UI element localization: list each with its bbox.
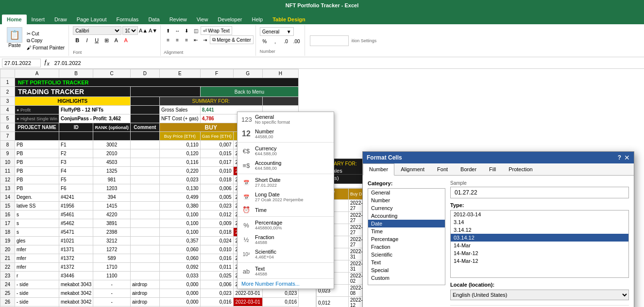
cell-name-9[interactable]: s <box>15 219 59 228</box>
num-format-fraction[interactable]: ½ Fraction 44588 <box>237 232 334 247</box>
cell-comment-4[interactable] <box>130 176 159 184</box>
cell-name-17[interactable]: - side <box>15 289 59 298</box>
tab-developer[interactable]: Developer <box>213 15 247 24</box>
cell-gasfee-11[interactable]: 0,024 <box>200 237 233 245</box>
tab-home[interactable]: Home <box>2 15 27 24</box>
cell-name-18[interactable]: - side <box>15 298 59 307</box>
tab-formulas[interactable]: Formulas <box>112 15 144 24</box>
cell-rank-14[interactable]: 1710 <box>93 263 131 272</box>
cell-buyprice-17[interactable]: 0,000 <box>159 289 200 298</box>
num-format-general[interactable]: 123 General No specific format <box>237 112 334 127</box>
cell-name-5[interactable]: PB <box>15 184 59 193</box>
cell-gasfee-4[interactable]: 0,018 <box>200 176 233 184</box>
col-f[interactable]: F <box>200 69 233 78</box>
cell-rank-16[interactable]: - <box>93 280 131 289</box>
cell-id-0[interactable]: F1 <box>59 141 93 149</box>
font-name-select[interactable]: Calibri <box>73 26 121 35</box>
type-14-mar-12b[interactable]: 14-Mar-12 <box>451 257 628 265</box>
cat-date[interactable]: Date <box>368 220 445 227</box>
type-list[interactable]: 2012-03-14 3.14 3.14.12 03.14.12 14-Mar … <box>450 210 629 278</box>
cell-buyprice-14[interactable]: 0,092 <box>159 263 200 272</box>
tab-page-layout[interactable]: Page Layout <box>72 15 112 24</box>
type-14-mar[interactable]: 14-Mar <box>451 242 628 249</box>
cut-button[interactable]: ✂ Cut <box>26 31 66 37</box>
cell-name-11[interactable]: gles <box>15 237 59 245</box>
decrease-font-button[interactable]: A▼ <box>149 26 157 35</box>
underline-button[interactable]: U <box>92 36 101 45</box>
fill-color-button[interactable]: A <box>112 36 120 45</box>
cell-gasfee-18[interactable]: 0,016 <box>200 298 233 307</box>
cell-buyprice-1[interactable]: 0,120 <box>159 149 200 158</box>
copy-button[interactable]: ⧉ Copy <box>26 37 66 44</box>
cell-gasfee-2[interactable]: 0,017 <box>200 158 233 167</box>
cat-currency[interactable]: Currency <box>368 204 445 212</box>
cell-gasfee-8[interactable]: 0,012 <box>200 210 233 219</box>
cell-gasfee-0[interactable]: 0,007 <box>200 141 233 149</box>
tab-table-design[interactable]: Table Design <box>268 15 310 24</box>
tab-review[interactable]: Review <box>165 15 192 24</box>
cell-gasfee-12[interactable]: 0,010 <box>200 245 233 254</box>
cell-id-12[interactable]: #1371 <box>59 245 93 254</box>
cell-name-4[interactable]: PB <box>15 176 59 184</box>
cell-comment-0[interactable] <box>130 141 159 149</box>
cell-id-15[interactable]: #3446 <box>59 272 93 280</box>
cell-gasfee-10[interactable]: 0,018 <box>200 228 233 237</box>
cell-comment-5[interactable] <box>130 184 159 193</box>
cell-name-10[interactable]: s <box>15 228 59 237</box>
cat-number[interactable]: Number <box>368 196 445 204</box>
cell-comment-18[interactable]: airdrop <box>130 298 159 307</box>
cell-id-11[interactable]: #1021 <box>59 237 93 245</box>
align-middle-button[interactable]: ↔ <box>173 26 182 35</box>
cell-comment-12[interactable] <box>130 245 159 254</box>
tab-help[interactable]: Help <box>247 15 268 24</box>
num-format-percentage[interactable]: % Percentage 4458800,00% <box>237 218 334 232</box>
cell-gasfee-5[interactable]: 0,006 <box>200 184 233 193</box>
cell-extra-17[interactable]: 0,023 <box>262 289 299 298</box>
tab-data[interactable]: Data <box>143 15 164 24</box>
number-format-dropdown-trigger[interactable]: General ▼ <box>260 27 294 36</box>
cell-buyprice-8[interactable]: 0,100 <box>159 210 200 219</box>
cell-id-18[interactable]: mekabot 3042 <box>59 298 93 307</box>
cell-comment-11[interactable] <box>130 237 159 245</box>
align-left-button[interactable]: ≡ <box>164 35 172 44</box>
cell-buyprice-12[interactable]: 0,060 <box>159 245 200 254</box>
cell-id-16[interactable]: mekabot 3043 <box>59 280 93 289</box>
formula-bar-input[interactable]: 27.01.2022 <box>52 60 642 66</box>
cell-gasfee-14[interactable]: 0,011 <box>200 263 233 272</box>
cell-comment-16[interactable]: airdrop <box>130 280 159 289</box>
cell-gasfee-16[interactable]: 0,006 <box>200 280 233 289</box>
cell-rank-4[interactable]: 981 <box>93 176 131 184</box>
cell-name-6[interactable]: Degen. <box>15 193 59 202</box>
comma-button[interactable]: , <box>271 37 280 46</box>
cell-rank-9[interactable]: 3891 <box>93 219 131 228</box>
cell-buyprice-5[interactable]: 0,130 <box>159 184 200 193</box>
num-format-long-date[interactable]: 📅 Long Date 27 Ocak 2022 Perşembe <box>237 190 334 204</box>
cell-rank-13[interactable]: 589 <box>93 254 131 263</box>
more-number-formats-button[interactable]: More Number Formats... <box>237 278 334 289</box>
cell-id-17[interactable]: mekabot 3042 <box>59 289 93 298</box>
cell-id-3[interactable]: F4 <box>59 167 93 176</box>
cell-comment-1[interactable] <box>130 149 159 158</box>
dialog-tab-number[interactable]: Number <box>363 163 394 176</box>
col-d[interactable]: D <box>130 69 159 78</box>
locale-select[interactable]: English (United States) <box>450 290 629 300</box>
type-03-14-12[interactable]: 03.14.12 <box>451 234 628 242</box>
cell-name-16[interactable]: - side <box>15 280 59 289</box>
cell-rank-10[interactable]: 2398 <box>93 228 131 237</box>
num-format-accounting[interactable]: ≡$ Accounting €44.588,00 <box>237 158 334 173</box>
cell-name-12[interactable]: mfer <box>15 245 59 254</box>
back-to-menu-button[interactable]: Back to Menu <box>200 87 299 97</box>
cell-buyprice-13[interactable]: 0,060 <box>159 254 200 263</box>
cell-buyprice-6[interactable]: 0,499 <box>159 193 200 202</box>
cell-buyprice-3[interactable]: 0,220 <box>159 167 200 176</box>
cell-id-8[interactable]: #5461 <box>59 210 93 219</box>
cell-name-3[interactable]: PB <box>15 167 59 176</box>
cell-id-5[interactable]: F6 <box>59 184 93 193</box>
cell-id-14[interactable]: #1372 <box>59 263 93 272</box>
cat-accounting[interactable]: Accounting <box>368 212 445 220</box>
cell-comment-3[interactable] <box>130 167 159 176</box>
cell-buyprice-0[interactable]: 0,110 <box>159 141 200 149</box>
cell-name-0[interactable]: PB <box>15 141 59 149</box>
increase-indent-button[interactable]: ⇥ <box>201 35 209 44</box>
type-3-14-12[interactable]: 3.14.12 <box>451 226 628 234</box>
